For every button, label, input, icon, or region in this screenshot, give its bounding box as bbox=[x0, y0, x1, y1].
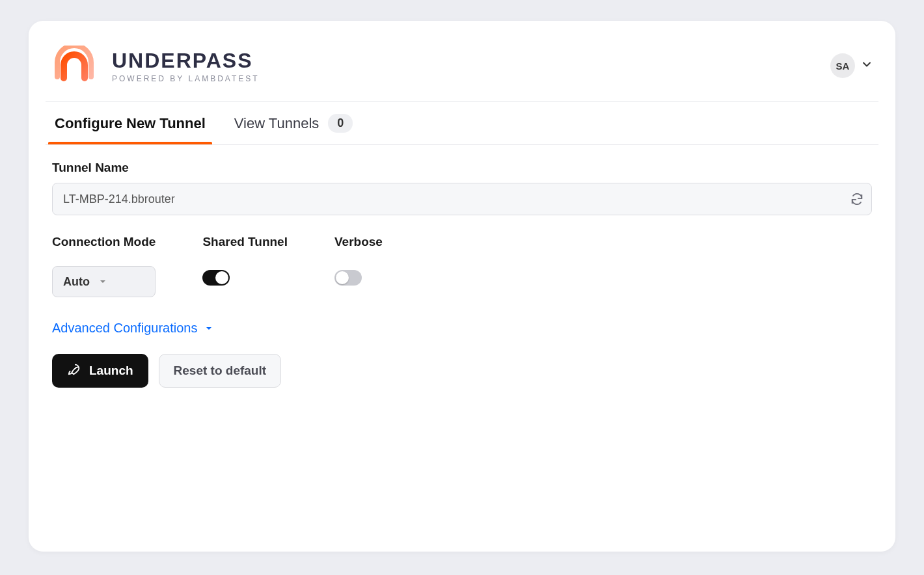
advanced-configurations-toggle[interactable]: Advanced Configurations bbox=[52, 321, 213, 336]
caret-down-icon bbox=[205, 321, 213, 336]
tab-configure-new-tunnel[interactable]: Configure New Tunnel bbox=[52, 115, 208, 144]
caret-down-icon bbox=[99, 275, 107, 289]
header: UNDERPASS POWERED BY LAMBDATEST SA bbox=[46, 39, 878, 102]
advanced-configurations-label: Advanced Configurations bbox=[52, 321, 197, 336]
shared-tunnel-group: Shared Tunnel bbox=[202, 235, 288, 297]
tunnel-name-input[interactable] bbox=[52, 183, 872, 215]
avatar: SA bbox=[830, 53, 855, 78]
tunnels-count-badge: 0 bbox=[328, 114, 353, 133]
underpass-logo-icon bbox=[52, 46, 99, 86]
reset-button[interactable]: Reset to default bbox=[159, 354, 282, 388]
launch-button-label: Launch bbox=[89, 364, 133, 378]
tunnel-name-input-wrap bbox=[52, 183, 872, 215]
tabs: Configure New Tunnel View Tunnels 0 bbox=[46, 102, 878, 145]
actions-row: Launch Reset to default bbox=[52, 354, 872, 388]
app-card: UNDERPASS POWERED BY LAMBDATEST SA Confi… bbox=[29, 21, 895, 552]
tab-view-tunnels[interactable]: View Tunnels 0 bbox=[232, 114, 355, 144]
verbose-toggle[interactable] bbox=[334, 270, 362, 286]
form-area: Tunnel Name Connection Mode Auto bbox=[46, 145, 878, 388]
tab-view-tunnels-label: View Tunnels bbox=[234, 115, 319, 132]
tunnel-name-label: Tunnel Name bbox=[52, 161, 872, 175]
chevron-down-icon bbox=[862, 59, 872, 72]
brand-subtitle: POWERED BY LAMBDATEST bbox=[112, 74, 260, 83]
refresh-icon[interactable] bbox=[850, 192, 864, 206]
shared-tunnel-toggle[interactable] bbox=[202, 270, 230, 286]
verbose-group: Verbose bbox=[334, 235, 383, 297]
svg-point-1 bbox=[75, 367, 77, 368]
brand: UNDERPASS POWERED BY LAMBDATEST bbox=[52, 46, 260, 86]
launch-button[interactable]: Launch bbox=[52, 354, 148, 388]
user-menu[interactable]: SA bbox=[830, 53, 872, 78]
controls-row: Connection Mode Auto Shared Tunnel Verbo… bbox=[52, 235, 872, 297]
connection-mode-group: Connection Mode Auto bbox=[52, 235, 156, 297]
shared-tunnel-label: Shared Tunnel bbox=[202, 235, 288, 249]
brand-text: UNDERPASS POWERED BY LAMBDATEST bbox=[112, 49, 260, 83]
toggle-knob bbox=[215, 271, 228, 284]
reset-button-label: Reset to default bbox=[174, 364, 267, 378]
rocket-icon bbox=[67, 362, 81, 380]
connection-mode-select[interactable]: Auto bbox=[52, 266, 156, 297]
toggle-knob bbox=[336, 271, 349, 284]
connection-mode-label: Connection Mode bbox=[52, 235, 156, 249]
connection-mode-value: Auto bbox=[63, 275, 90, 289]
brand-title: UNDERPASS bbox=[112, 49, 260, 73]
verbose-label: Verbose bbox=[334, 235, 383, 249]
